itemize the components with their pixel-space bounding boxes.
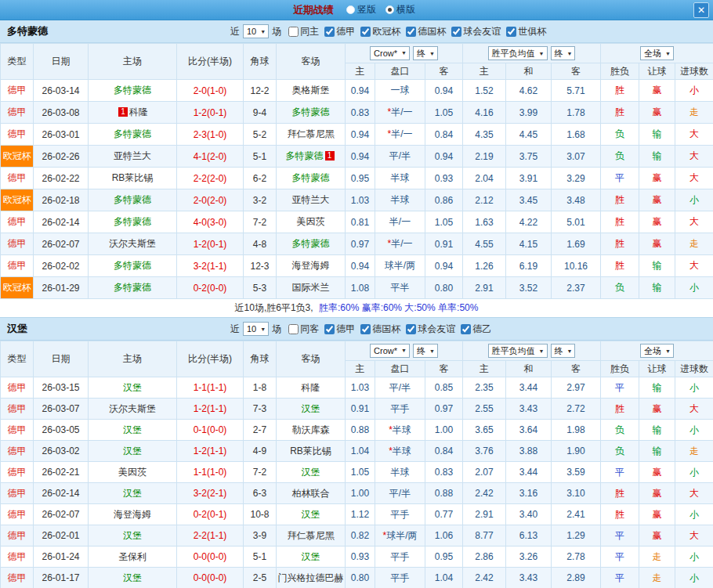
team-name-text: 汉堡 <box>123 424 142 435</box>
corner-cell: 3-9 <box>244 525 277 547</box>
column-header-2: 主场 <box>89 44 177 80</box>
league-cell: 欧冠杯 <box>1 277 34 299</box>
league-cell: 德甲 <box>1 168 34 189</box>
euro-home-odds: 2.35 <box>463 377 506 399</box>
team-name-text: 拜仁慕尼黑 <box>288 530 335 541</box>
league-filter-checkbox[interactable] <box>288 27 299 37</box>
subcolumn-header: 客 <box>552 361 601 377</box>
league-filter[interactable]: 德甲 <box>324 25 355 38</box>
bookmaker-select[interactable]: Crow*▼ <box>370 46 410 60</box>
league-filter-checkbox[interactable] <box>461 324 471 334</box>
euro-away-odds: 1.68 <box>552 124 601 146</box>
corner-cell: 4-9 <box>244 441 277 462</box>
handicap-cell: *半球 <box>375 441 425 462</box>
asian-home-odds: 1.03 <box>346 377 375 399</box>
league-filter-checkbox[interactable] <box>324 27 335 37</box>
league-filter-label: 球会友谊 <box>463 25 501 38</box>
scope-select-value: 全场 <box>644 48 661 60</box>
euro-away-odds: 2.41 <box>552 504 601 525</box>
column-header-0: 类型 <box>1 44 34 80</box>
handicap-cell: *半/一 <box>375 233 425 255</box>
league-filter[interactable]: 欧冠杯 <box>360 25 400 38</box>
scope-select[interactable]: 全场▼ <box>640 344 674 358</box>
layout-radio-horizontal[interactable]: 横版 <box>385 3 415 16</box>
match-count-select[interactable]: 10▼ <box>243 322 269 336</box>
league-filter-checkbox[interactable] <box>406 324 416 334</box>
europe-stage-select[interactable]: 终▼ <box>551 344 576 358</box>
match-row: 德甲26-03-01多特蒙德2-3(1-0)5-2拜仁慕尼黑0.94*半/一0.… <box>1 124 713 146</box>
subcolumn-header: 客 <box>425 63 463 80</box>
league-filter[interactable]: 同主 <box>288 25 319 38</box>
match-row: 德甲26-02-01汉堡2-2(1-1)3-9拜仁慕尼黑0.82*球半/两1.0… <box>1 525 713 547</box>
score-cell: 3-2(1-1) <box>177 255 244 277</box>
bookmaker-select[interactable]: Crow*▼ <box>370 344 410 358</box>
europe-odds-select[interactable]: 胜平负均值▼ <box>488 46 548 60</box>
match-row: 德甲26-02-07海登海姆0-2(0-1)10-8汉堡1.12平手0.772.… <box>1 504 713 525</box>
euro-away-odds: 3.48 <box>552 189 601 211</box>
team-name-heading: 汉堡 <box>0 322 229 336</box>
match-row: 德甲26-03-15汉堡1-1(1-1)1-8科隆1.03平/半0.852.35… <box>1 377 713 399</box>
away-team-cell: 多特蒙德 <box>277 168 346 189</box>
date-cell: 26-03-07 <box>34 399 89 420</box>
score-cell: 0-0(0-0) <box>177 568 244 588</box>
league-filter[interactable]: 德乙 <box>461 323 491 336</box>
date-cell: 26-03-01 <box>34 124 89 146</box>
league-filter-checkbox[interactable] <box>451 27 461 37</box>
team-name-text: 多特蒙德 <box>292 172 330 183</box>
team-name-text: 美因茨 <box>118 467 147 478</box>
euro-home-odds: 3.76 <box>463 441 506 462</box>
team-name-text: 多特蒙德 <box>114 194 151 205</box>
europe-odds-group: 胜平负均值▼终▼ <box>463 341 601 361</box>
league-filter[interactable]: 同客 <box>288 323 319 336</box>
recent-label: 近 <box>230 323 240 336</box>
league-filter[interactable]: 球会友谊 <box>451 25 501 38</box>
asian-stage-select[interactable]: 终▼ <box>413 46 438 60</box>
result-cell: 负 <box>601 441 639 462</box>
result-cell: 胜 <box>601 483 639 504</box>
subcolumn-header: 进球数 <box>675 361 713 377</box>
league-filter[interactable]: 德国杯 <box>360 323 400 336</box>
league-filter[interactable]: 球会友谊 <box>406 323 455 336</box>
goals-result-cell: 大 <box>675 211 713 233</box>
europe-stage-select[interactable]: 终▼ <box>551 46 576 60</box>
handicap-result-cell: 赢 <box>639 462 675 483</box>
handicap-cell: *球半/两 <box>375 525 425 547</box>
euro-draw-odds: 3.26 <box>506 547 552 568</box>
league-filter-checkbox[interactable] <box>324 324 335 334</box>
score-cell: 2-2(2-0) <box>177 168 244 189</box>
league-filter-checkbox[interactable] <box>506 27 516 37</box>
match-row: 德甲26-03-14多特蒙德2-0(1-0)12-2奥格斯堡0.94一球0.94… <box>1 80 713 102</box>
score-cell: 3-2(2-1) <box>177 483 244 504</box>
team-name-text: 沃尔夫斯堡 <box>109 238 156 249</box>
corner-cell: 6-3 <box>244 483 277 504</box>
home-team-cell: 1科隆 <box>89 102 177 124</box>
close-icon[interactable]: ✕ <box>693 2 709 18</box>
asian-away-odds: 1.05 <box>425 211 463 233</box>
league-filter-checkbox[interactable] <box>360 324 371 334</box>
away-team-cell: 多特蒙德1 <box>277 146 346 168</box>
team-section-dortmund: 多特蒙德 近10▼场同主德甲欧冠杯德国杯球会友谊世俱杯 类型日期主场比分(半场)… <box>0 20 713 318</box>
asian-stage-select[interactable]: 终▼ <box>413 344 438 358</box>
europe-odds-select[interactable]: 胜平负均值▼ <box>488 344 548 358</box>
date-cell: 26-01-29 <box>34 277 89 299</box>
goals-result-cell: 小 <box>675 189 713 211</box>
summary-record: 近10场,胜6平1负3, <box>235 302 313 313</box>
europe-stage-select-value: 终 <box>555 48 563 60</box>
league-filter[interactable]: 世俱杯 <box>506 25 546 38</box>
match-count-select[interactable]: 10▼ <box>243 24 269 38</box>
league-filter-checkbox[interactable] <box>360 27 371 37</box>
home-team-cell: 汉堡 <box>89 377 177 399</box>
league-filter[interactable]: 德甲 <box>324 323 355 336</box>
score-cell: 2-0(1-0) <box>177 80 244 102</box>
away-team-cell: 汉堡 <box>277 462 346 483</box>
section-header: 汉堡 近10▼场同客德甲德国杯球会友谊德乙 <box>0 318 713 341</box>
scope-select[interactable]: 全场▼ <box>640 46 674 60</box>
layout-radio-vertical[interactable]: 竖版 <box>346 3 376 16</box>
league-filter-checkbox[interactable] <box>288 324 299 334</box>
league-filter[interactable]: 德国杯 <box>406 25 446 38</box>
goals-result-cell: 走 <box>675 102 713 124</box>
handicap-text: 半/一 <box>391 106 412 117</box>
handicap-result-cell: 输 <box>639 441 675 462</box>
euro-away-odds: 1.90 <box>552 441 601 462</box>
league-filter-checkbox[interactable] <box>406 27 416 37</box>
